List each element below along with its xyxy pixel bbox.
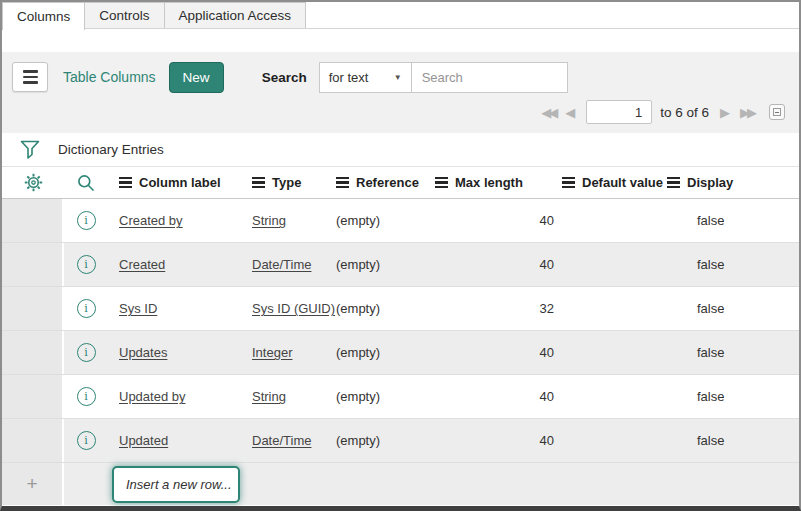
display-cell[interactable]: false (667, 331, 799, 374)
reference-cell[interactable]: (empty) (336, 375, 435, 418)
column-label-link[interactable]: Updates (119, 345, 167, 360)
reference-cell[interactable]: (empty) (336, 331, 435, 374)
type-link[interactable]: Date/Time (252, 433, 311, 448)
default-value-cell[interactable] (562, 199, 667, 242)
type-link[interactable]: String (252, 389, 286, 404)
display-cell[interactable]: false (667, 287, 799, 330)
table-row: i Updates Integer (empty) 40 false (2, 331, 799, 375)
row-selector-cell[interactable] (2, 287, 64, 330)
chevron-down-icon: ▼ (394, 73, 402, 82)
default-value-cell[interactable] (562, 375, 667, 418)
new-button[interactable]: New (169, 62, 224, 93)
table-row: i Updated by String (empty) 40 false (2, 375, 799, 419)
reference-cell[interactable]: (empty) (336, 287, 435, 330)
column-menu-icon (336, 177, 349, 188)
prev-page-icon[interactable]: ◀ (565, 105, 575, 120)
row-selector-cell[interactable] (2, 331, 64, 374)
max-length-cell[interactable]: 40 (435, 375, 562, 418)
table-row: i Updated Date/Time (empty) 40 false (2, 419, 799, 463)
tab-columns[interactable]: Columns (2, 2, 85, 30)
tab-application-access[interactable]: Application Access (164, 2, 307, 28)
info-icon[interactable]: i (77, 431, 96, 450)
table-body: i Created by String (empty) 40 false i C… (2, 199, 799, 463)
info-icon[interactable]: i (77, 299, 96, 318)
insert-row-selector[interactable]: + (2, 463, 64, 505)
table-editor-panel: Columns Controls Application Access Tabl… (0, 0, 801, 511)
search-input[interactable] (412, 62, 568, 93)
reference-cell[interactable]: (empty) (336, 419, 435, 462)
collapse-list-icon[interactable] (769, 104, 785, 120)
header-display[interactable]: Display (667, 175, 799, 190)
default-value-cell[interactable] (562, 243, 667, 286)
list-menu-button[interactable] (12, 62, 48, 92)
pagination-range-text: to 6 of 6 (660, 105, 709, 120)
column-label-link[interactable]: Created (119, 257, 165, 272)
header-default-value[interactable]: Default value (562, 175, 667, 190)
table-row: i Created by String (empty) 40 false (2, 199, 799, 243)
gear-icon (24, 173, 43, 192)
personalize-list-button[interactable] (2, 173, 64, 192)
header-column-label[interactable]: Column label (108, 175, 252, 190)
info-icon[interactable]: i (77, 343, 96, 362)
row-selector-cell[interactable] (2, 375, 64, 418)
max-length-cell[interactable]: 32 (435, 287, 562, 330)
search-label: Search (262, 70, 307, 85)
pagination-row: ◀◀ ◀ to 6 of 6 ▶ ▶▶ (12, 93, 789, 131)
column-menu-icon (562, 177, 575, 188)
header-reference[interactable]: Reference (336, 175, 435, 190)
insert-new-row-input[interactable]: Insert a new row... (112, 466, 240, 503)
tab-bar: Columns Controls Application Access (2, 2, 799, 29)
first-page-icon[interactable]: ◀◀ (541, 105, 555, 120)
column-label-link[interactable]: Created by (119, 213, 183, 228)
default-value-cell[interactable] (562, 287, 667, 330)
list-toolbar: Table Columns New Search for text ▼ ◀◀ ◀… (2, 52, 799, 133)
max-length-cell[interactable]: 40 (435, 419, 562, 462)
column-menu-icon (119, 177, 132, 188)
reference-cell[interactable]: (empty) (336, 243, 435, 286)
default-value-cell[interactable] (562, 419, 667, 462)
page-number-input[interactable] (586, 100, 652, 124)
max-length-cell[interactable]: 40 (435, 331, 562, 374)
header-type[interactable]: Type (252, 175, 336, 190)
search-type-select[interactable]: for text ▼ (319, 62, 412, 93)
hamburger-icon (23, 70, 38, 83)
type-link[interactable]: Sys ID (GUID) (252, 301, 335, 316)
search-in-list-button[interactable] (64, 173, 108, 193)
type-link[interactable]: Date/Time (252, 257, 311, 272)
toolbar-controls-row: Table Columns New Search for text ▼ (12, 61, 789, 93)
type-link[interactable]: String (252, 213, 286, 228)
last-page-icon[interactable]: ▶▶ (740, 105, 754, 120)
display-cell[interactable]: false (667, 243, 799, 286)
info-icon[interactable]: i (77, 255, 96, 274)
filter-icon[interactable] (20, 139, 40, 160)
reference-cell[interactable]: (empty) (336, 199, 435, 242)
search-type-value: for text (329, 70, 369, 85)
list-title: Table Columns (63, 69, 156, 85)
max-length-cell[interactable]: 40 (435, 243, 562, 286)
display-cell[interactable]: false (667, 419, 799, 462)
display-cell[interactable]: false (667, 375, 799, 418)
default-value-cell[interactable] (562, 331, 667, 374)
list-title-bar: Dictionary Entries (2, 133, 799, 167)
display-cell[interactable]: false (667, 199, 799, 242)
list-breadcrumb-title: Dictionary Entries (58, 142, 164, 157)
tab-content-gap (2, 29, 799, 52)
row-selector-cell[interactable] (2, 199, 64, 242)
column-label-link[interactable]: Sys ID (119, 301, 157, 316)
column-label-link[interactable]: Updated by (119, 389, 186, 404)
table-header-row: Column label Type Reference Max length D… (2, 167, 799, 199)
type-link[interactable]: Integer (252, 345, 292, 360)
header-max-length[interactable]: Max length (435, 175, 562, 190)
column-label-link[interactable]: Updated (119, 433, 168, 448)
next-page-icon[interactable]: ▶ (720, 105, 730, 120)
info-icon[interactable]: i (77, 211, 96, 230)
row-selector-cell[interactable] (2, 419, 64, 462)
row-selector-cell[interactable] (2, 243, 64, 286)
insert-row: + Insert a new row... (2, 463, 799, 505)
column-menu-icon (435, 177, 448, 188)
max-length-cell[interactable]: 40 (435, 199, 562, 242)
table-row: i Sys ID Sys ID (GUID) (empty) 32 false (2, 287, 799, 331)
column-menu-icon (252, 177, 265, 188)
info-icon[interactable]: i (77, 387, 96, 406)
tab-controls[interactable]: Controls (84, 2, 164, 28)
